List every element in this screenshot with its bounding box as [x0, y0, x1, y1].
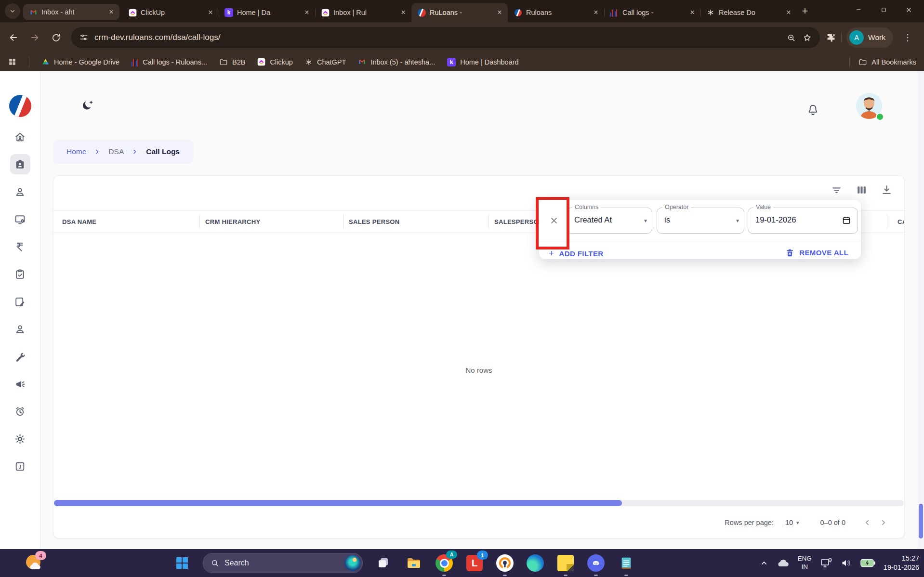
language-indicator[interactable]: ENG IN: [798, 555, 812, 571]
breadcrumb-home[interactable]: Home: [66, 147, 86, 156]
extensions-icon[interactable]: [826, 32, 836, 43]
maximize-button[interactable]: [871, 0, 896, 19]
openvpn-button[interactable]: [495, 553, 515, 573]
tab-close-button[interactable]: ×: [106, 7, 117, 17]
download-icon[interactable]: [881, 184, 893, 196]
sidebar-item-campaigns[interactable]: [10, 374, 30, 394]
sidebar-item-users[interactable]: [10, 319, 30, 339]
column-header-sales-person[interactable]: SALES PERSON: [349, 210, 399, 233]
add-filter-button[interactable]: + ADD FILTER: [549, 248, 604, 259]
taskbar-clock[interactable]: 15:27 19-01-2026: [884, 554, 919, 572]
display-cast-icon[interactable]: [820, 557, 832, 569]
sidebar-item-customers[interactable]: [10, 182, 30, 202]
bookmark-google-drive[interactable]: Home - Google Drive: [41, 58, 119, 66]
filter-value-date-input[interactable]: Value 19-01-2026: [748, 208, 858, 234]
bookmark-star-icon[interactable]: [802, 33, 812, 43]
horizontal-scrollbar-thumb[interactable]: [54, 500, 622, 506]
sidebar-item-system-settings[interactable]: [10, 209, 30, 229]
tab-gmail-inbox[interactable]: Inbox - aht ×: [23, 4, 119, 20]
previous-page-button[interactable]: [859, 514, 875, 531]
all-bookmarks-button[interactable]: All Bookmarks: [858, 58, 916, 66]
reload-button[interactable]: [46, 28, 66, 47]
bookmark-gmail-inbox[interactable]: Inbox (5) - ahtesha...: [358, 58, 435, 66]
start-button[interactable]: [172, 553, 192, 573]
columns-icon[interactable]: [856, 184, 868, 196]
tab-clickup-inbox[interactable]: Inbox | Rul ×: [315, 3, 411, 22]
notepad-button[interactable]: [617, 553, 636, 573]
notifications-button[interactable]: [804, 101, 821, 118]
file-explorer-button[interactable]: [404, 553, 423, 573]
breadcrumb-dsa[interactable]: DSA: [108, 147, 124, 156]
sidebar-item-payouts[interactable]: [10, 236, 30, 257]
tab-close-button[interactable]: ×: [591, 7, 601, 18]
ruloans-logo[interactable]: [9, 95, 31, 117]
rows-per-page-select[interactable]: 10 ▾: [785, 519, 799, 526]
volume-icon[interactable]: [841, 558, 852, 568]
vertical-scrollbar-thumb[interactable]: [919, 504, 923, 538]
tab-close-button[interactable]: ×: [302, 7, 312, 18]
sidebar-item-tasks[interactable]: [10, 264, 30, 284]
battery-icon[interactable]: [860, 559, 875, 567]
sidebar-item-registrations[interactable]: [10, 291, 30, 312]
bookmark-chatgpt[interactable]: ChatGPT: [305, 58, 346, 66]
address-bar[interactable]: crm-dev.ruloans.com/dsa/call-logs/: [71, 27, 820, 48]
dark-mode-toggle[interactable]: [79, 97, 96, 115]
taskbar-weather-widget[interactable]: 4: [25, 553, 45, 573]
tab-close-button[interactable]: ×: [494, 7, 505, 18]
browser-menu-button[interactable]: ⋮: [898, 28, 917, 47]
tab-close-button[interactable]: ×: [783, 7, 794, 18]
tab-close-button[interactable]: ×: [398, 7, 409, 18]
filter-operator-select[interactable]: Operator is ▾: [657, 208, 744, 234]
minimize-button[interactable]: [846, 0, 871, 19]
sticky-notes-button[interactable]: [556, 553, 575, 573]
tab-close-button[interactable]: ×: [687, 7, 698, 18]
bookmark-call-logs[interactable]: Call logs - Ruloans...: [132, 58, 207, 66]
sidebar-item-dsa-active[interactable]: [10, 154, 30, 174]
task-view-button[interactable]: [374, 553, 393, 573]
horizontal-scrollbar[interactable]: [54, 500, 904, 506]
filter-columns-select[interactable]: Columns Created At ▾: [567, 208, 652, 234]
tab-clickup[interactable]: ClickUp ×: [122, 3, 219, 22]
tab-close-button[interactable]: ×: [205, 7, 216, 18]
tray-expand-icon[interactable]: [759, 558, 769, 568]
edge-button[interactable]: [526, 553, 545, 573]
chrome-button[interactable]: A: [435, 553, 454, 573]
tab-keka-home[interactable]: k Home | Da ×: [219, 3, 315, 22]
close-window-button[interactable]: [896, 0, 921, 19]
sidebar-item-journal[interactable]: J: [10, 456, 30, 476]
bookmark-keka-dashboard[interactable]: k Home | Dashboard: [447, 58, 518, 66]
remove-all-button[interactable]: REMOVE ALL: [785, 248, 848, 257]
tab-search-button[interactable]: [5, 3, 20, 19]
tab-call-logs[interactable]: Call logs - ×: [604, 3, 700, 22]
vertical-scrollbar[interactable]: [918, 71, 924, 549]
url-text[interactable]: crm-dev.ruloans.com/dsa/call-logs/: [94, 33, 220, 42]
site-settings-icon[interactable]: [79, 33, 89, 42]
column-header-dsa-name[interactable]: DSA NAME: [62, 210, 96, 233]
back-button[interactable]: [4, 28, 23, 47]
bookmark-b2b-folder[interactable]: B2B: [219, 58, 245, 66]
column-header-crm-hierarchy[interactable]: CRM HIERARCHY: [205, 210, 260, 233]
screen: Inbox - aht × ClickUp × k Home | Da × In…: [0, 0, 924, 577]
taskbar-search[interactable]: Search: [203, 553, 363, 573]
search-daily-image[interactable]: [344, 555, 361, 571]
bookmark-clickup[interactable]: Clickup: [257, 58, 293, 66]
new-tab-button[interactable]: +: [797, 3, 813, 19]
tab-ruloans[interactable]: Ruloans ×: [508, 3, 604, 22]
sidebar-item-home[interactable]: [10, 127, 30, 147]
column-header-ca[interactable]: CA: [898, 210, 904, 233]
apps-grid-icon[interactable]: [8, 57, 17, 66]
discord-button[interactable]: [586, 553, 606, 573]
zoom-icon[interactable]: [786, 33, 796, 43]
sidebar-item-tools[interactable]: [10, 346, 30, 367]
filter-icon[interactable]: [831, 184, 843, 196]
onedrive-icon[interactable]: [777, 558, 790, 568]
forward-button[interactable]: [25, 28, 44, 47]
l-app-button[interactable]: L 1: [465, 553, 484, 573]
sidebar-item-reminders[interactable]: [10, 401, 30, 421]
tab-ruloans-active[interactable]: RuLoans - ×: [411, 3, 508, 22]
profile-chip[interactable]: A Work: [846, 27, 893, 48]
tab-chatgpt-release[interactable]: Release Do ×: [700, 3, 797, 22]
next-page-button[interactable]: [875, 514, 892, 531]
calendar-icon[interactable]: [841, 215, 852, 225]
sidebar-item-settings[interactable]: [10, 429, 30, 449]
